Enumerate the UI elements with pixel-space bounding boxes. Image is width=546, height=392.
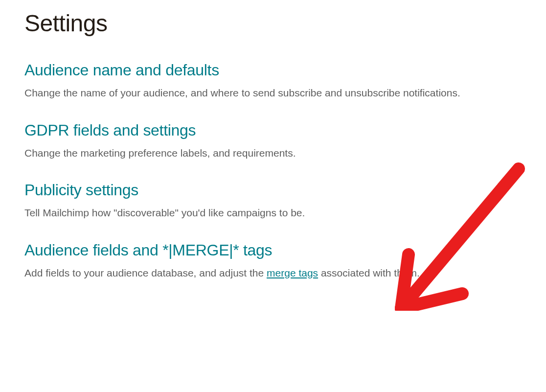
annotation-arrow-icon <box>372 157 538 311</box>
description-pre-text: Add fields to your audience database, an… <box>24 267 267 278</box>
page-title: Settings <box>24 10 522 37</box>
setting-section-merge-tags: Audience fields and *|MERGE|* tags Add f… <box>24 241 522 281</box>
description-publicity-settings: Tell Mailchimp how "discoverable" you'd … <box>24 205 522 221</box>
setting-section-gdpr: GDPR fields and settings Change the mark… <box>24 121 522 161</box>
link-publicity-settings[interactable]: Publicity settings <box>24 181 138 199</box>
description-gdpr-fields-settings: Change the marketing preference labels, … <box>24 145 522 161</box>
link-merge-tags-inline[interactable]: merge tags <box>267 267 318 278</box>
link-audience-fields-merge-tags[interactable]: Audience fields and *|MERGE|* tags <box>24 241 272 259</box>
description-audience-fields-merge-tags: Add fields to your audience database, an… <box>24 265 522 281</box>
link-audience-name-defaults[interactable]: Audience name and defaults <box>24 61 219 79</box>
setting-section-audience-name: Audience name and defaults Change the na… <box>24 61 522 101</box>
setting-section-publicity: Publicity settings Tell Mailchimp how "d… <box>24 181 522 221</box>
link-gdpr-fields-settings[interactable]: GDPR fields and settings <box>24 121 196 139</box>
description-audience-name-defaults: Change the name of your audience, and wh… <box>24 85 522 101</box>
description-post-text: associated with them. <box>318 267 420 278</box>
